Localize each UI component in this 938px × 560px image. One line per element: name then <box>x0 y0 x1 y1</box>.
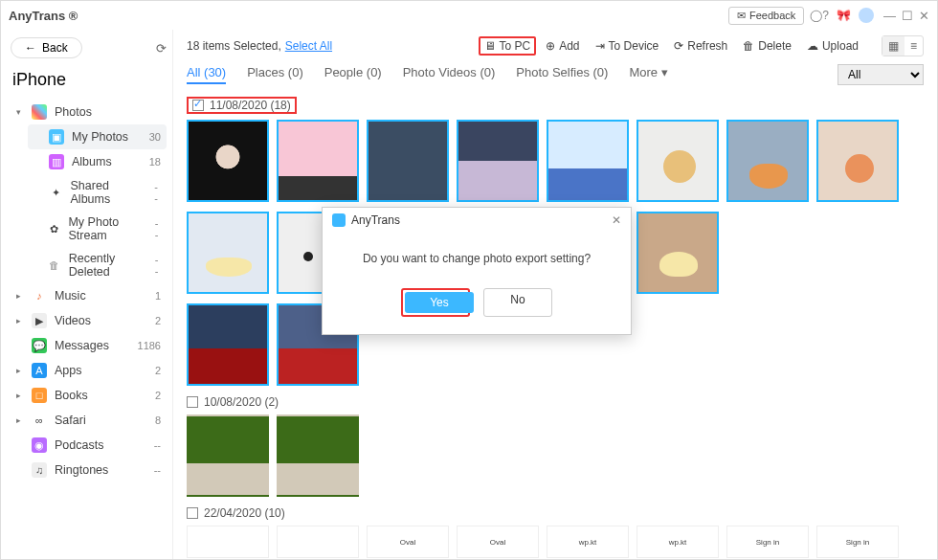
selection-count: 18 items Selected, <box>187 39 281 53</box>
sidebar-item-apps[interactable]: ▸AApps2 <box>11 358 167 383</box>
grid-view-icon[interactable]: ▦ <box>882 36 904 56</box>
group-date: 22/04/2020 (10) <box>204 506 285 520</box>
photo-thumbnail[interactable] <box>187 414 269 497</box>
videos-icon: ▶ <box>32 313 47 328</box>
apps-icon: A <box>32 363 47 378</box>
feedback-label: Feedback <box>749 10 795 21</box>
caret-icon: ▸ <box>16 391 24 400</box>
avatar-icon[interactable] <box>859 8 874 23</box>
sidebar-refresh-icon[interactable]: ⟳ <box>156 41 167 56</box>
tab-photo[interactable]: Photo Selfies (0) <box>516 65 608 84</box>
sidebar-item-count: -- <box>155 254 161 277</box>
sidebar-item-label: Music <box>55 289 86 302</box>
photo-thumbnail[interactable] <box>457 120 539 202</box>
photo-thumbnail[interactable]: Oval <box>367 526 449 558</box>
sidebar-item-podcasts[interactable]: ◉Podcasts-- <box>11 433 167 458</box>
help-icon[interactable]: ◯? <box>810 9 829 22</box>
upload-button[interactable]: ☁Upload <box>801 36 864 56</box>
feedback-button[interactable]: ✉ Feedback <box>728 7 804 25</box>
sidebar-item-my-photos[interactable]: ▣My Photos30 <box>28 124 167 149</box>
sidebar-item-shared-albums[interactable]: ✦Shared Albums-- <box>28 174 167 211</box>
tab-photo[interactable]: Photo Videos (0) <box>403 65 496 84</box>
photo-thumbnail[interactable] <box>187 120 269 202</box>
monitor-icon: 🖥 <box>484 39 496 53</box>
photo-thumbnail[interactable]: Sign in <box>816 526 899 558</box>
photo-thumbnail[interactable] <box>636 212 719 294</box>
photo-thumbnail[interactable] <box>816 120 899 202</box>
device-name: iPhone <box>12 70 167 90</box>
tab-all[interactable]: All (30) <box>187 65 226 84</box>
photo-thumbnail[interactable] <box>726 120 809 202</box>
photo-thumbnail[interactable]: Oval <box>457 526 539 558</box>
list-view-icon[interactable]: ≡ <box>904 36 923 56</box>
gift-icon[interactable]: 🎀 <box>837 9 851 22</box>
dialog-title: AnyTrans <box>351 213 400 227</box>
tab-people[interactable]: People (0) <box>324 65 382 84</box>
sidebar-item-ringtones[interactable]: ♫Ringtones-- <box>11 458 167 482</box>
photo-thumbnail[interactable]: wp.kt <box>547 526 629 558</box>
back-button[interactable]: ← Back <box>11 37 82 58</box>
sidebar-item-count: -- <box>154 181 161 204</box>
sidebar-item-recently-deleted[interactable]: 🗑Recently Deleted-- <box>28 247 167 283</box>
group-checkbox[interactable] <box>187 396 198 408</box>
sidebar-item-messages[interactable]: 💬Messages1186 <box>11 333 167 358</box>
photo-thumbnail[interactable]: wp.kt <box>636 526 719 558</box>
app-title: AnyTrans ® <box>9 9 728 23</box>
view-toggle: ▦ ≡ <box>882 35 924 56</box>
group-checkbox[interactable] <box>187 507 198 519</box>
sidebar-item-albums[interactable]: ▥Albums18 <box>28 149 167 174</box>
sidebar-item-label: My Photos <box>72 130 128 144</box>
dialog-message: Do you want to change photo export setti… <box>323 233 631 288</box>
photo-thumbnail[interactable] <box>187 303 269 386</box>
dialog-close-icon[interactable]: ✕ <box>612 213 621 227</box>
sidebar-item-label: Safari <box>55 414 86 427</box>
refresh-button[interactable]: ⟳Refresh <box>668 36 733 56</box>
close-icon[interactable]: ✕ <box>919 9 929 23</box>
caret-icon: ▾ <box>16 107 24 117</box>
ringtones-icon: ♫ <box>32 462 47 478</box>
to-pc-label: To PC <box>500 39 531 53</box>
filter-dropdown[interactable]: All <box>838 64 924 85</box>
sidebar-item-books[interactable]: ▸□Books2 <box>11 383 167 408</box>
group-checkbox[interactable] <box>192 100 204 111</box>
minimize-icon[interactable]: — <box>883 9 896 23</box>
delete-label: Delete <box>758 39 792 53</box>
date-group-header[interactable]: 11/08/2020 (18) <box>187 97 297 114</box>
photo-thumbnail[interactable] <box>187 212 269 294</box>
sidebar-item-label: Ringtones <box>55 463 108 477</box>
sidebar-item-count: 2 <box>155 365 161 376</box>
sidebar-item-count: 30 <box>149 131 161 143</box>
select-all-link[interactable]: Select All <box>285 39 332 53</box>
tab-more[interactable]: More ▾ <box>629 65 667 84</box>
date-group-header[interactable]: 22/04/2020 (10) <box>187 506 924 520</box>
sidebar-item-videos[interactable]: ▸▶Videos2 <box>11 308 167 333</box>
group-date: 10/08/2020 (2) <box>204 395 279 409</box>
anytrans-logo-icon <box>332 213 346 227</box>
delete-button[interactable]: 🗑Delete <box>737 36 797 56</box>
photo-thumbnail[interactable] <box>367 120 449 202</box>
sidebar-item-safari[interactable]: ▸∞Safari8 <box>11 408 167 433</box>
filter-select[interactable]: All <box>838 64 924 85</box>
sidebar-item-photo-stream[interactable]: ✿My Photo Stream-- <box>28 211 167 247</box>
photo-thumbnail[interactable] <box>277 120 359 202</box>
sidebar-item-photos[interactable]: ▾Photos <box>11 100 167 124</box>
dialog-yes-button[interactable]: Yes <box>405 292 474 313</box>
add-button[interactable]: ⊕Add <box>540 36 585 56</box>
sidebar-item-music[interactable]: ▸♪Music1 <box>11 283 167 308</box>
maximize-icon[interactable]: ☐ <box>902 9 913 23</box>
date-group-header[interactable]: 10/08/2020 (2) <box>187 395 924 409</box>
photo-thumbnail[interactable] <box>277 414 359 497</box>
to-pc-button[interactable]: 🖥To PC <box>479 36 537 56</box>
messages-icon: 💬 <box>32 338 47 353</box>
cloud-upload-icon: ☁ <box>807 39 818 53</box>
photo-thumbnail[interactable]: Sign in <box>726 526 809 558</box>
dialog-no-button[interactable]: No <box>483 288 552 317</box>
photo-thumbnail[interactable] <box>187 526 269 558</box>
sidebar-item-count: -- <box>154 464 161 476</box>
tab-places[interactable]: Places (0) <box>247 65 303 84</box>
to-device-button[interactable]: ⇥To Device <box>590 36 665 56</box>
photo-thumbnail[interactable] <box>636 120 719 202</box>
photo-thumbnail[interactable] <box>547 120 629 202</box>
sidebar-item-label: My Photo Stream <box>68 215 146 242</box>
photo-thumbnail[interactable] <box>277 526 359 558</box>
